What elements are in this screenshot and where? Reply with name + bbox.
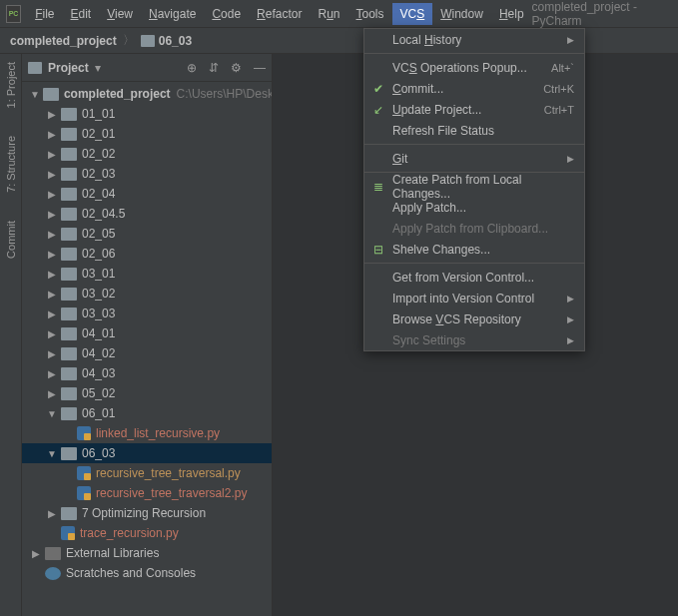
closed-arrow-icon[interactable] (46, 289, 58, 300)
expand-collapse-icon[interactable]: ⇵ (209, 61, 219, 75)
tree-row[interactable]: 04_02 (22, 343, 272, 363)
chevron-down-icon[interactable]: ▾ (95, 61, 101, 75)
menu-file[interactable]: File (27, 3, 62, 25)
menu-item-create-patch-from-local-changes[interactable]: ≣Create Patch from Local Changes... (364, 176, 584, 197)
menu-item-vcs-operations-popup[interactable]: VCS Operations Popup...Alt+` (364, 57, 584, 78)
select-opened-file-icon[interactable]: ⊕ (187, 61, 197, 75)
menu-vcs[interactable]: VCS (392, 3, 433, 25)
closed-arrow-icon[interactable] (46, 169, 58, 180)
tree-row[interactable]: External Libraries (22, 543, 272, 563)
tree-row[interactable]: 03_03 (22, 304, 272, 323)
menu-item-refresh-file-status[interactable]: Refresh File Status (364, 120, 584, 141)
tree-row[interactable]: 03_02 (22, 284, 272, 304)
menu-navigate[interactable]: Navigate (141, 3, 204, 25)
closed-arrow-icon[interactable] (46, 189, 58, 200)
menu-item-local-history[interactable]: Local History▶ (364, 29, 584, 50)
menu-shortcut: Ctrl+T (544, 104, 574, 116)
tree-row[interactable]: 06_01 (22, 403, 272, 423)
breadcrumb-root[interactable]: completed_project (10, 34, 117, 48)
tree-row[interactable]: completed_projectC:\Users\HP\Desktop (22, 84, 272, 104)
closed-arrow-icon[interactable] (46, 508, 58, 519)
menu-item-get-from-version-control[interactable]: Get from Version Control... (364, 267, 584, 288)
folder-icon (61, 248, 77, 261)
tree-row[interactable]: recursive_tree_traversal2.py (22, 483, 272, 503)
closed-arrow-icon[interactable] (46, 308, 58, 319)
tree-row[interactable]: linked_list_recursive.py (22, 423, 272, 443)
menu-item-browse-vcs-repository[interactable]: Browse VCS Repository▶ (364, 308, 584, 329)
submenu-arrow-icon: ▶ (567, 335, 574, 345)
project-tree[interactable]: completed_projectC:\Users\HP\Desktop01_0… (22, 82, 272, 616)
tree-label: 01_01 (82, 107, 115, 121)
sidebar-tab-project[interactable]: 1: Project (5, 58, 17, 112)
closed-arrow-icon[interactable] (46, 249, 58, 260)
open-arrow-icon[interactable] (46, 448, 58, 459)
tree-row[interactable]: 01_01 (22, 104, 272, 124)
tree-row[interactable]: Scratches and Consoles (22, 563, 272, 583)
folder-icon (61, 327, 77, 340)
tree-row[interactable]: 7 Optimizing Recursion (22, 503, 272, 523)
tree-row[interactable]: 02_05 (22, 224, 272, 244)
tree-row[interactable]: 03_01 (22, 264, 272, 284)
closed-arrow-icon[interactable] (46, 368, 58, 379)
closed-arrow-icon[interactable] (46, 328, 58, 339)
tree-row[interactable]: 02_04 (22, 184, 272, 204)
tree-row[interactable]: recursive_tree_traversal.py (22, 463, 272, 483)
tree-row[interactable]: 02_06 (22, 244, 272, 264)
closed-arrow-icon[interactable] (46, 229, 58, 240)
closed-arrow-icon[interactable] (46, 388, 58, 399)
project-panel-header: Project ▾ ⊕ ⇵ ⚙ — (22, 54, 272, 82)
closed-arrow-icon[interactable] (46, 269, 58, 280)
hide-icon[interactable]: — (254, 61, 266, 75)
menu-item-label: Commit... (392, 82, 443, 96)
tree-row[interactable]: 06_03 (22, 443, 272, 463)
breadcrumb-current[interactable]: 06_03 (159, 34, 192, 48)
tree-row[interactable]: trace_recursion.py (22, 523, 272, 543)
folder-icon (43, 88, 59, 101)
folder-icon (61, 447, 77, 460)
closed-arrow-icon[interactable] (46, 348, 58, 359)
menu-item-label: Refresh File Status (392, 124, 494, 138)
menu-item-icon: ✔ (370, 82, 386, 96)
tree-label: 03_03 (82, 307, 115, 320)
closed-arrow-icon[interactable] (46, 109, 58, 120)
tree-label: 04_02 (82, 346, 115, 360)
tree-label: 06_03 (82, 446, 115, 460)
menu-item-import-into-version-control[interactable]: Import into Version Control▶ (364, 288, 584, 308)
tree-row[interactable]: 04_01 (22, 323, 272, 343)
tree-row[interactable]: 02_03 (22, 164, 272, 184)
menu-refactor[interactable]: Refactor (249, 3, 310, 25)
menu-window[interactable]: Window (432, 3, 491, 25)
tree-label: 04_01 (82, 326, 115, 340)
menu-item-commit[interactable]: ✔Commit...Ctrl+K (364, 78, 584, 99)
tree-row[interactable]: 04_03 (22, 363, 272, 383)
project-tool-window: Project ▾ ⊕ ⇵ ⚙ — completed_projectC:\Us… (22, 54, 273, 616)
menu-item-label: Shelve Changes... (392, 243, 490, 257)
menu-code[interactable]: Code (204, 3, 249, 25)
closed-arrow-icon[interactable] (46, 149, 58, 160)
gear-icon[interactable]: ⚙ (231, 61, 242, 75)
menu-item-update-project[interactable]: ↙Update Project...Ctrl+T (364, 99, 584, 120)
menu-help[interactable]: Help (491, 3, 532, 25)
app-logo-icon: PC (6, 5, 21, 23)
folder-icon (28, 62, 42, 74)
closed-arrow-icon[interactable] (46, 129, 58, 140)
menu-edit[interactable]: Edit (63, 3, 100, 25)
tree-label: 03_01 (82, 267, 115, 281)
panel-title[interactable]: Project (48, 61, 89, 75)
menu-view[interactable]: View (99, 3, 141, 25)
open-arrow-icon[interactable] (30, 89, 40, 100)
closed-arrow-icon[interactable] (30, 548, 42, 559)
sidebar-tab-structure[interactable]: 7: Structure (5, 132, 17, 197)
menu-tools[interactable]: Tools (348, 3, 392, 25)
tree-row[interactable]: 02_01 (22, 124, 272, 144)
tree-row[interactable]: 05_02 (22, 383, 272, 403)
menu-item-git[interactable]: Git▶ (364, 148, 584, 169)
tree-row[interactable]: 02_04.5 (22, 204, 272, 224)
menu-item-shelve-changes[interactable]: ⊟Shelve Changes... (364, 239, 584, 260)
sidebar-tab-commit[interactable]: Commit (5, 217, 17, 263)
open-arrow-icon[interactable] (46, 408, 58, 419)
tree-row[interactable]: 02_02 (22, 144, 272, 164)
closed-arrow-icon[interactable] (46, 209, 58, 220)
menu-run[interactable]: Run (310, 3, 347, 25)
folder-icon (61, 228, 77, 241)
